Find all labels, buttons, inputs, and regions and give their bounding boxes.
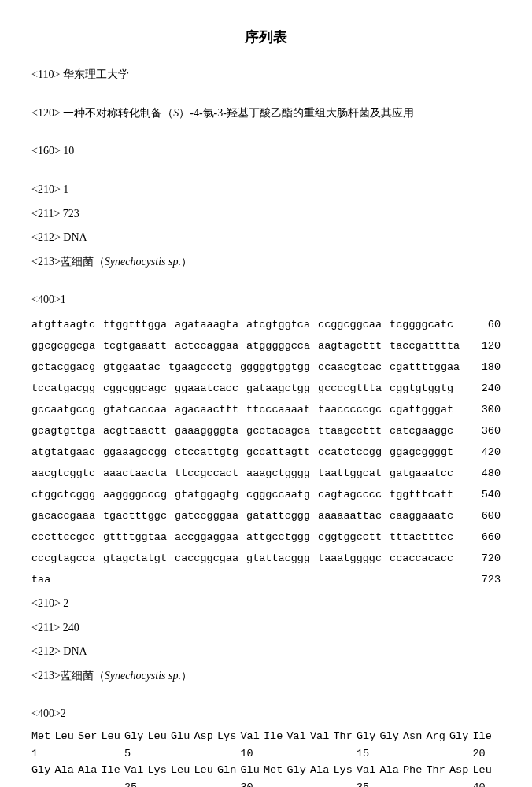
amino-acid: Asp: [194, 728, 218, 745]
amino-acid: Gly: [287, 762, 311, 779]
amino-acid: Arg: [427, 728, 450, 745]
amino-acid: Leu: [171, 762, 194, 779]
amino-acid: Thr: [334, 728, 357, 745]
sequence-group: agacaacttt: [175, 399, 238, 420]
amino-acid: Ala: [78, 762, 102, 779]
protein-position: [171, 779, 194, 787]
protein-position: [449, 779, 473, 787]
amino-acid: Ala: [310, 762, 334, 779]
protein-position: [194, 779, 218, 787]
amino-acid: Ile: [264, 728, 287, 745]
protein-position: 25: [124, 779, 148, 787]
sequence-group: gccattagtt: [246, 442, 310, 463]
amino-acid: Gly: [357, 728, 380, 745]
amino-acid: Ile: [473, 728, 497, 745]
protein-position: [427, 745, 450, 763]
sequence-group: gtatggagtg: [175, 484, 238, 505]
sequence-group: aagtagcttt: [318, 335, 382, 357]
protein-position: [78, 779, 102, 787]
protein-position-row: 25303540: [31, 779, 501, 787]
amino-acid: Glu: [171, 728, 194, 745]
sequence-group: atcgtggtca: [246, 314, 310, 335]
sequence-group: gacaccgaaa: [31, 505, 95, 527]
sequence-position: 360: [472, 420, 501, 442]
protein-position: [55, 745, 79, 763]
amino-acid: Met: [264, 762, 287, 779]
seq1-sequence-block: atgttaagtcttggtttggaagataaagtaatcgtggtca…: [31, 314, 501, 590]
sequence-group: cgggccaatg: [246, 484, 310, 505]
sequence-group: caaggaaatc: [390, 505, 453, 527]
sequence-group: aaaaaattac: [318, 505, 382, 527]
amino-acid: Glu: [241, 762, 264, 779]
amino-acid: Leu: [473, 762, 497, 779]
amino-acid: Lys: [334, 762, 357, 779]
sequence-group: cccgtagcca: [31, 548, 95, 569]
tag-120-prefix: <120> 一种不对称转化制备（: [31, 107, 173, 119]
sequence-group: gcagtgttga: [31, 420, 95, 442]
seq1-tag-211: <211> 723: [31, 204, 501, 225]
protein-position: [403, 779, 427, 787]
sequence-group: ccaacgtcac: [318, 357, 382, 378]
protein-position: [148, 779, 172, 787]
sequence-position: 120: [472, 335, 501, 357]
amino-acid: Val: [287, 728, 311, 745]
sequence-group: ggcgcggcga: [31, 335, 95, 357]
seq1-tag-210: <210> 1: [31, 179, 501, 201]
sequence-group: gatattcggg: [246, 505, 310, 527]
amino-acid: Lys: [217, 728, 241, 745]
sequence-group: catcgaaggc: [390, 420, 453, 442]
protein-position: [310, 745, 334, 763]
seq2-tag-210: <210> 2: [31, 593, 501, 615]
protein-position: 15: [357, 745, 380, 763]
seq2-protein-block: MetLeuSerLeuGlyLeuGluAspLysValIleValValT…: [31, 728, 501, 787]
sequence-group: ttcccaaaat: [246, 399, 310, 420]
sequence-group: cggcggcagc: [103, 378, 167, 399]
protein-position: [264, 745, 287, 763]
seq2-tag-211: <211> 240: [31, 618, 501, 639]
sequence-row: atgtatgaacggaaagccggctccattgtggccattagtt…: [31, 442, 501, 463]
sequence-group: agataaagta: [175, 314, 238, 335]
sequence-group: ttaagccttt: [318, 420, 382, 442]
sequence-group: gtattacggg: [246, 548, 310, 569]
sequence-position: 723: [472, 569, 501, 590]
sequence-group: actccaggaa: [175, 335, 238, 357]
sequence-group: gaaaggggta: [175, 420, 238, 442]
amino-acid: Val: [357, 762, 380, 779]
sequence-group: taccgatttta: [390, 335, 460, 357]
sequence-row: aacgtcggtcaaactaactattccgccactaaagctgggg…: [31, 463, 501, 484]
protein-position: [217, 779, 241, 787]
sequence-group: gatgaaatcc: [390, 463, 453, 484]
protein-position: [102, 745, 125, 763]
sequence-group: gccaatgccg: [31, 399, 95, 420]
sequence-group: ggaaatcacc: [175, 378, 238, 399]
amino-acid: Asn: [403, 728, 427, 745]
amino-acid: Lys: [148, 762, 172, 779]
protein-position: 1: [31, 745, 55, 763]
protein-position: [403, 745, 427, 763]
sequence-group: ccatctccgg: [318, 442, 382, 463]
sequence-position: 180: [472, 357, 501, 378]
amino-acid: Leu: [148, 728, 172, 745]
protein-position: [194, 745, 218, 763]
sequence-group: ttggtttgga: [103, 314, 167, 335]
protein-position-row: 15101520: [31, 745, 501, 763]
amino-acid: Gly: [449, 728, 473, 745]
sequence-group: tcggggcatc: [390, 314, 453, 335]
sequence-group: ggaaagccgg: [103, 442, 167, 463]
sequence-group: cccttccgcc: [31, 527, 95, 548]
sequence-group: tccatgacgg: [31, 378, 95, 399]
protein-position: [264, 779, 287, 787]
tag-120-suffix: ）-4-氯-3-羟基丁酸乙酯的重组大肠杆菌及其应用: [179, 107, 414, 119]
sequence-group: acgttaactt: [103, 420, 167, 442]
sequence-group: taattggcat: [318, 463, 382, 484]
sequence-group: ctccattgtg: [175, 442, 238, 463]
amino-acid: Ser: [78, 728, 102, 745]
tag-120: <120> 一种不对称转化制备（S）-4-氯-3-羟基丁酸乙酯的重组大肠杆菌及其…: [31, 103, 501, 124]
sequence-group: gtatcaccaa: [103, 399, 167, 420]
sequence-group: taa: [31, 569, 50, 590]
sequence-group: atgtatgaac: [31, 442, 95, 463]
protein-position: [217, 745, 241, 763]
seq1-tag-213-italic: Synechocystis sp.: [105, 256, 181, 268]
sequence-row: taa723: [31, 569, 501, 590]
sequence-group: gtggaatac: [103, 357, 161, 378]
